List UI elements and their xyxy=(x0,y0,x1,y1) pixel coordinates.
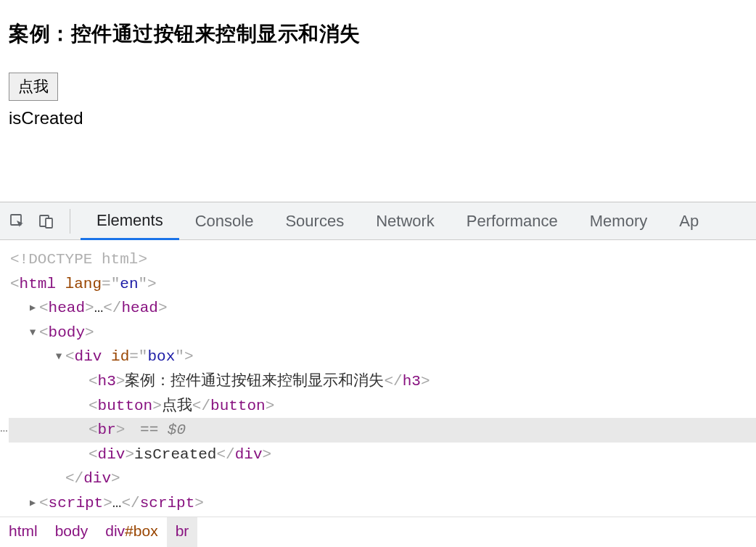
dom-token: " xyxy=(139,276,148,292)
dom-token: 点我 xyxy=(162,398,192,414)
dom-token: <!DOCTYPE html> xyxy=(10,251,147,268)
dom-tree-row[interactable]: <!DOCTYPE html> xyxy=(9,247,756,272)
dom-token: < xyxy=(39,495,49,511)
dom-tree-row[interactable]: <div>isCreated</div> xyxy=(9,443,756,467)
dom-token: = xyxy=(102,276,111,292)
dom-breadcrumb: htmlbodydiv#boxbr xyxy=(0,517,756,547)
devtools-tab[interactable]: Sources xyxy=(269,202,360,239)
dom-token: < xyxy=(39,324,49,341)
dom-token: lang xyxy=(65,276,102,292)
svg-rect-2 xyxy=(46,218,52,228)
dom-token: > xyxy=(111,470,120,487)
dom-token: script xyxy=(49,495,104,511)
dom-token: … xyxy=(94,300,104,316)
dom-token: > xyxy=(103,495,112,511)
devtools-tab[interactable]: Elements xyxy=(81,202,179,240)
dom-tree-row[interactable]: <body> xyxy=(9,321,756,345)
page-heading: 案例：控件通过按钮来控制显示和消失 xyxy=(9,20,747,48)
dom-tree-row[interactable]: <script>…</script> xyxy=(9,491,756,516)
dom-token: </ xyxy=(121,495,139,511)
devtools-panel: ElementsConsoleSourcesNetworkPerformance… xyxy=(0,202,756,547)
dom-token: = xyxy=(129,348,139,365)
dom-token: div xyxy=(98,446,126,463)
dom-token: > xyxy=(85,300,94,316)
dom-token: button xyxy=(210,398,266,414)
dom-token: head xyxy=(49,300,85,316)
dom-token: div xyxy=(83,470,111,487)
dom-token: script xyxy=(140,495,195,511)
dom-token: > xyxy=(152,398,162,414)
dom-token: head xyxy=(121,300,157,316)
breadcrumb-item[interactable]: br xyxy=(167,517,198,547)
dom-token: div xyxy=(75,348,102,365)
status-text: isCreated xyxy=(9,108,747,128)
dom-token xyxy=(56,276,65,292)
dom-token: " xyxy=(111,276,120,292)
breadcrumb-tag: br xyxy=(176,522,189,539)
dom-token: </ xyxy=(216,446,234,463)
dom-tree-row[interactable]: <head>…</head> xyxy=(9,296,756,321)
dom-token: > xyxy=(85,324,94,341)
dom-tree-panel[interactable]: <!DOCTYPE html><html lang="en"><head>…</… xyxy=(0,240,756,517)
dom-token: </ xyxy=(192,398,210,414)
dom-token: 案例：控件通过按钮来控制显示和消失 xyxy=(125,373,384,390)
dom-token: < xyxy=(39,300,49,316)
dom-token: > xyxy=(184,348,194,365)
dom-tree-row[interactable]: <br> == $0 xyxy=(9,418,756,443)
dom-token: " xyxy=(175,348,184,365)
devtools-tab[interactable]: Performance xyxy=(451,202,574,239)
toggle-button[interactable]: 点我 xyxy=(9,73,58,101)
breadcrumb-id: #box xyxy=(125,522,158,539)
breadcrumb-tag: html xyxy=(9,522,38,539)
dom-token: h3 xyxy=(403,373,421,390)
dom-token: > xyxy=(421,373,430,390)
dom-token: > xyxy=(262,446,271,463)
dom-token: > xyxy=(266,398,275,414)
dom-tree-row[interactable]: <html lang="en"> xyxy=(9,272,756,297)
dom-token: > xyxy=(116,373,126,390)
breadcrumb-item[interactable]: div#box xyxy=(96,517,166,547)
collapse-arrow-icon[interactable] xyxy=(26,321,39,345)
dom-token: < xyxy=(89,446,98,463)
dom-token: en xyxy=(120,276,138,292)
breadcrumb-item[interactable]: body xyxy=(46,517,97,547)
dom-token: < xyxy=(89,373,98,390)
dom-token: == $0 xyxy=(131,421,186,438)
dom-token: < xyxy=(10,276,20,292)
dom-token: </ xyxy=(384,373,402,390)
expand-arrow-icon[interactable] xyxy=(26,491,39,516)
dom-token: button xyxy=(98,398,153,414)
inspect-element-icon[interactable] xyxy=(7,211,28,231)
dom-tree-row[interactable]: <div id="box"> xyxy=(9,345,756,369)
rendered-page: 案例：控件通过按钮来控制显示和消失 点我 isCreated xyxy=(0,0,756,128)
dom-token: > xyxy=(158,300,168,316)
dom-token: < xyxy=(89,398,98,414)
devtools-tabs: ElementsConsoleSourcesNetworkPerformance… xyxy=(81,202,715,239)
dom-tree-row[interactable]: </div> xyxy=(9,466,756,491)
dom-token: > xyxy=(194,495,204,511)
collapse-arrow-icon[interactable] xyxy=(52,345,65,369)
dom-tree-row[interactable]: <h3>案例：控件通过按钮来控制显示和消失</h3> xyxy=(9,369,756,394)
breadcrumb-tag: body xyxy=(55,522,89,539)
dom-token: " xyxy=(139,348,148,365)
dom-token: br xyxy=(98,421,116,438)
breadcrumb-item[interactable]: html xyxy=(0,517,46,547)
dom-tree-row[interactable]: <button>点我</button> xyxy=(9,394,756,419)
dom-token: div xyxy=(235,446,263,463)
devtools-tab[interactable]: Network xyxy=(360,202,451,239)
dom-token: </ xyxy=(103,300,121,316)
dom-token: … xyxy=(112,495,122,511)
devtools-tab[interactable]: Console xyxy=(179,202,270,239)
devtools-tab[interactable]: Memory xyxy=(574,202,663,239)
devtools-tab[interactable]: Ap xyxy=(663,202,715,239)
dom-token: body xyxy=(49,324,85,341)
dom-token: isCreated xyxy=(134,446,216,463)
breadcrumb-tag: div xyxy=(105,522,125,539)
expand-arrow-icon[interactable] xyxy=(26,296,39,321)
dom-token: h3 xyxy=(98,373,116,390)
dom-token: > xyxy=(147,276,157,292)
devtools-toolbar: ElementsConsoleSourcesNetworkPerformance… xyxy=(0,202,756,240)
dom-token: < xyxy=(65,348,75,365)
dom-token: id xyxy=(111,348,129,365)
device-toolbar-icon[interactable] xyxy=(36,211,57,231)
